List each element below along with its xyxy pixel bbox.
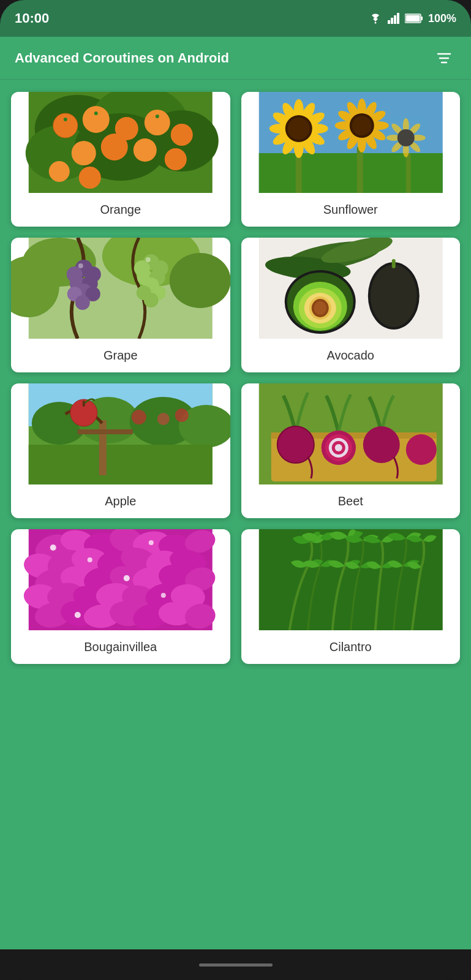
status-icons: 100% [368, 12, 456, 25]
filter-icon [435, 50, 453, 67]
card-apple[interactable]: Apple [11, 383, 230, 518]
battery-percentage: 100% [428, 12, 456, 25]
card-label-grape: Grape [11, 339, 230, 372]
svg-point-21 [145, 110, 170, 135]
svg-point-28 [79, 167, 101, 189]
svg-point-98 [146, 257, 151, 262]
bottom-bar [0, 949, 471, 980]
phone-frame: 10:00 100% Advanc [0, 0, 471, 980]
svg-point-77 [170, 253, 230, 308]
svg-point-24 [101, 134, 128, 160]
card-label-bougainvillea: Bougainvillea [11, 630, 230, 664]
status-bar: 10:00 100% [0, 0, 471, 37]
svg-point-104 [370, 265, 416, 327]
wifi-icon [368, 13, 383, 24]
svg-rect-35 [356, 147, 363, 193]
card-image-bougainvillea [11, 529, 230, 630]
svg-point-182 [75, 612, 81, 618]
battery-icon [405, 13, 423, 24]
card-beet[interactable]: Beet [241, 383, 461, 518]
svg-rect-1 [388, 20, 390, 24]
svg-point-64 [352, 116, 371, 135]
status-time: 10:00 [15, 10, 49, 26]
svg-point-19 [83, 106, 110, 133]
svg-point-136 [405, 434, 436, 465]
svg-point-127 [157, 413, 170, 425]
svg-point-50 [287, 118, 309, 140]
card-label-apple: Apple [11, 484, 230, 518]
svg-point-87 [75, 295, 90, 310]
svg-rect-4 [397, 13, 399, 24]
svg-point-180 [124, 575, 130, 581]
card-label-beet: Beet [241, 484, 461, 518]
card-cilantro[interactable]: Cilantro [241, 529, 461, 664]
svg-rect-122 [78, 429, 133, 434]
plant-grid: Orange [11, 92, 460, 664]
card-grape[interactable]: Grape [11, 238, 230, 372]
svg-rect-6 [421, 17, 423, 20]
svg-point-112 [314, 301, 326, 315]
svg-rect-113 [391, 259, 395, 268]
card-image-beet [241, 383, 461, 484]
filter-button[interactable] [432, 46, 456, 70]
svg-point-183 [149, 540, 154, 545]
svg-point-141 [334, 444, 342, 451]
card-image-apple [11, 383, 230, 484]
card-image-grape [11, 238, 230, 339]
svg-point-23 [72, 141, 96, 165]
card-image-avocado [241, 238, 461, 339]
home-indicator [199, 963, 273, 967]
svg-point-179 [88, 557, 92, 562]
signal-icon [388, 13, 400, 24]
svg-point-0 [374, 22, 376, 24]
svg-rect-7 [405, 15, 420, 22]
svg-point-178 [50, 545, 56, 551]
svg-point-181 [161, 593, 166, 598]
svg-point-25 [134, 138, 157, 162]
card-label-avocado: Avocado [241, 339, 461, 372]
svg-point-96 [144, 293, 159, 307]
svg-point-97 [78, 263, 83, 268]
svg-rect-36 [405, 153, 410, 193]
svg-point-126 [132, 410, 146, 424]
svg-point-128 [175, 409, 189, 422]
svg-point-73 [397, 129, 414, 146]
svg-point-27 [49, 161, 70, 182]
svg-point-31 [156, 115, 159, 118]
svg-point-26 [165, 148, 187, 170]
card-sunflower[interactable]: Sunflower [241, 92, 461, 227]
card-label-sunflower: Sunflower [241, 193, 461, 227]
svg-rect-33 [258, 153, 442, 193]
card-orange[interactable]: Orange [11, 92, 230, 227]
card-label-cilantro: Cilantro [241, 630, 461, 664]
svg-rect-3 [394, 15, 396, 24]
svg-rect-125 [83, 401, 85, 407]
svg-rect-2 [391, 18, 393, 24]
svg-rect-121 [99, 420, 107, 475]
card-image-cilantro [241, 529, 461, 630]
svg-rect-120 [29, 445, 213, 484]
card-image-sunflower [241, 92, 461, 193]
content-area: Orange [0, 80, 471, 949]
card-avocado[interactable]: Avocado [241, 238, 461, 372]
svg-point-29 [64, 118, 67, 121]
card-label-orange: Orange [11, 193, 230, 227]
card-bougainvillea[interactable]: Bougainvillea [11, 529, 230, 664]
svg-point-30 [94, 111, 98, 115]
app-title: Advanced Coroutines on Android [15, 50, 229, 66]
app-bar: Advanced Coroutines on Android [0, 37, 471, 80]
card-image-orange [11, 92, 230, 193]
svg-point-22 [171, 124, 193, 146]
